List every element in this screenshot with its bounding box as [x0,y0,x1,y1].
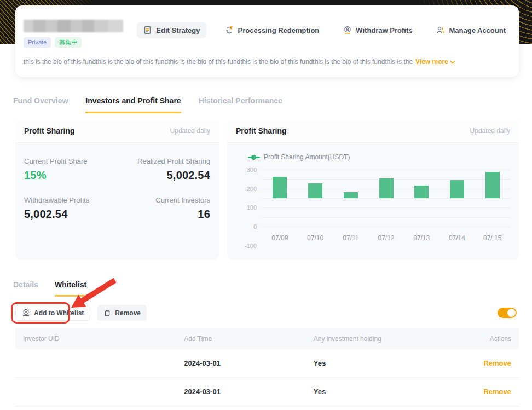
y-axis-tick: 100 [247,204,257,211]
stats-card-header: Profit Sharing Updated daily [15,119,219,143]
chart-bar [344,192,358,198]
bar-slot [404,170,440,227]
whitelist-section-tabs: Details Whitelist [13,280,86,297]
processing-redemption-button[interactable]: Processing Redemption [219,22,325,38]
chart-bar [414,186,429,198]
whitelist-table: Investor UID Add Time Any investment hol… [15,328,519,406]
x-axis-label: 07/14 [440,234,475,242]
chart-bar [450,180,464,198]
bar-chart: 3002001000-100-200-300 [262,170,510,227]
profit-sharing-stats-card: Profit Sharing Updated daily Current Pro… [15,119,219,260]
manage-account-icon [436,26,445,34]
profit-sharing-chart-card: Profit Sharing Updated daily Profit Shar… [227,119,519,260]
row-remove-link[interactable]: Remove [458,388,511,396]
legend-dot-icon [248,157,260,158]
main-tabs: Fund Overview Investors and Profit Share… [13,96,282,113]
toggle-knob [507,309,516,317]
column-investor-uid: Investor UID [23,335,184,343]
stat-value: 5,002.54 [117,169,210,182]
recruiting-badge: 募集中 [55,37,82,48]
trash-icon [103,309,111,317]
y-axis-tick: 300 [247,166,257,173]
stat-value: 15% [24,169,117,182]
withdraw-profits-label: Withdraw Profits [356,26,412,34]
table-row: 2024-03-01 Yes Remove [15,378,519,406]
table-row: 2024-03-01 Yes Remove [15,349,519,378]
add-to-whitelist-icon [22,309,30,317]
chart-bar [485,172,500,198]
processing-redemption-label: Processing Redemption [238,26,319,34]
bar-slot [440,170,475,227]
column-any-investment-holding: Any investment holding [314,335,458,343]
tab-fund-overview[interactable]: Fund Overview [13,96,68,113]
edit-strategy-button[interactable]: Edit Strategy [137,22,206,38]
fund-bio-text: this is the bio of this fundthis is the … [24,58,413,66]
view-more-link[interactable]: View more [415,58,455,66]
manage-account-button[interactable]: Manage Account [431,22,511,38]
x-axis-label: 07/10 [298,234,333,242]
tab-historical-performance[interactable]: Historical Performance [199,96,282,113]
gridline: -300 [262,227,510,227]
y-axis-tick: -100 [245,242,257,249]
x-axis-label: 07/ 15 [475,234,510,242]
y-axis-tick: 0 [253,223,257,230]
stat-value: 5,002.54 [24,208,117,221]
column-add-time: Add Time [184,335,313,343]
add-to-whitelist-label: Add to Whitelist [34,309,84,317]
stat-label: Withdrawable Profits [24,196,117,204]
withdraw-profits-button[interactable]: Withdraw Profits [338,22,418,38]
withdraw-profits-icon [343,26,352,34]
whitelist-toolbar: Add to Whitelist Remove [15,305,517,321]
legend-label: Profit Sharing Amount(USDT) [264,153,350,161]
chart-plot-area: 3002001000-100-200-300 [262,170,510,227]
tab-whitelist[interactable]: Whitelist [55,280,86,297]
badge-row: Private 募集中 [24,37,82,48]
chevron-down-icon [450,60,455,64]
private-badge: Private [24,37,51,48]
edit-strategy-icon [143,26,152,34]
x-axis-label: 07/12 [368,234,404,242]
fund-header-card: Private 募集中 Edit Strategy [15,5,519,77]
stat-current-investors: Current Investors 16 [117,196,210,221]
column-actions: Actions [458,335,511,343]
view-more-label: View more [415,58,448,66]
stat-withdrawable-profits: Withdrawable Profits 5,002.54 [24,196,117,221]
fund-bio-row: this is the bio of this fundthis is the … [24,58,511,66]
holding-cell: Yes [314,388,458,396]
x-axis-label: 07/09 [262,234,298,242]
chart-legend[interactable]: Profit Sharing Amount(USDT) [248,153,519,161]
whitelist-toggle-on[interactable] [498,308,517,318]
chart-bar [308,183,322,198]
stat-label: Current Investors [117,196,210,204]
y-axis-tick: 200 [247,186,257,192]
bar-slot [475,170,510,227]
manage-account-label: Manage Account [449,26,506,34]
chart-bar [379,178,394,198]
processing-redemption-icon [225,26,234,34]
stats-card-title: Profit Sharing [24,126,75,135]
stat-value: 16 [117,208,210,221]
stat-label: Realized Profit Sharing [117,157,210,165]
fund-management-page: Private 募集中 Edit Strategy [0,0,532,410]
fund-name-redacted [24,20,123,32]
bar-row [262,170,510,227]
remove-button[interactable]: Remove [97,305,147,321]
tab-details[interactable]: Details [13,280,38,297]
edit-strategy-label: Edit Strategy [156,26,200,34]
chart-x-axis-labels: 07/0907/1007/1107/1207/1307/1407/ 15 [262,234,510,242]
stat-label: Current Profit Share [24,157,117,165]
remove-button-label: Remove [115,309,141,317]
chart-updated-daily-label: Updated daily [470,127,510,135]
stats-updated-daily-label: Updated daily [170,127,210,135]
stat-realized-profit-sharing: Realized Profit Sharing 5,002.54 [117,157,210,182]
tab-investors-and-profit-share[interactable]: Investors and Profit Share [85,96,181,113]
row-remove-link[interactable]: Remove [458,359,511,367]
bar-slot [298,170,333,227]
stat-current-profit-share: Current Profit Share 15% [24,157,117,182]
chart-card-header: Profit Sharing Updated daily [227,119,519,143]
x-axis-label: 07/11 [333,234,368,242]
header-action-buttons: Edit Strategy Processing Redemption [137,22,511,38]
holding-cell: Yes [314,359,458,367]
chart-bar [273,177,287,198]
add-to-whitelist-button[interactable]: Add to Whitelist [15,305,90,321]
